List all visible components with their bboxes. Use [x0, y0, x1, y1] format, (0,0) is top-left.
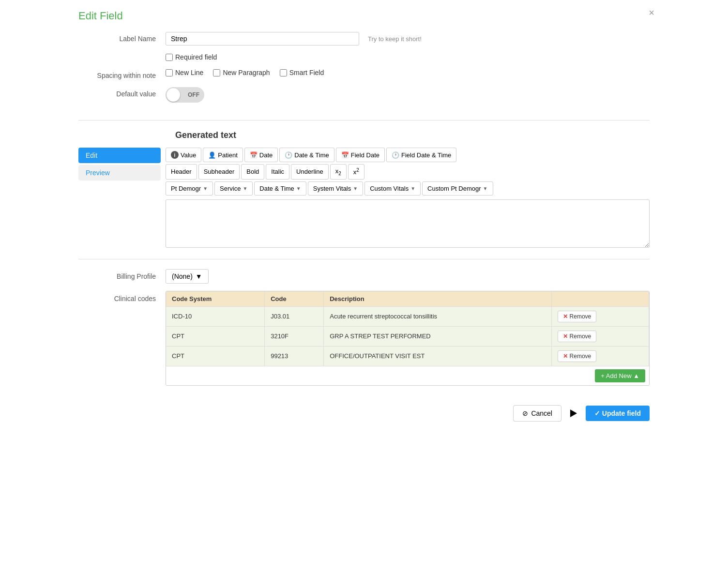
billing-profile-row: Billing Profile (None) ▼: [78, 269, 650, 284]
date-button[interactable]: 📅 Date: [244, 148, 278, 162]
close-button[interactable]: ×: [649, 7, 654, 18]
remove-button-2[interactable]: ✕ Remove: [558, 331, 597, 342]
code-system-cell: CPT: [166, 346, 265, 366]
smart-field-checkbox-label[interactable]: Smart Field: [280, 69, 324, 76]
add-new-row: + Add New ▲: [166, 366, 649, 385]
superscript-label: x2: [353, 167, 359, 176]
toolbar-row-2: Header Subheader Bold Italic Underline: [166, 164, 650, 180]
arrow-container: [566, 410, 581, 416]
toggle-off-label: OFF: [188, 91, 199, 98]
dialog-title: Edit Field: [78, 10, 650, 22]
default-value-row: Default value OFF: [78, 87, 650, 103]
date-time-button[interactable]: 🕐 Date & Time: [279, 148, 334, 162]
description-cell: OFFICE/OUTPATIENT VISIT EST: [324, 346, 551, 366]
clinical-codes-label: Clinical codes: [78, 291, 166, 302]
patient-label: Patient: [218, 151, 237, 159]
required-field-row: Required field: [78, 53, 650, 61]
required-field-checkbox-label[interactable]: Required field: [166, 53, 217, 61]
required-field-spacer: [78, 53, 166, 56]
superscript-button[interactable]: x2: [348, 164, 364, 180]
default-value-toggle[interactable]: OFF: [166, 87, 204, 103]
label-name-input[interactable]: [166, 32, 359, 45]
bold-label: Bold: [246, 168, 259, 175]
system-vitals-dropdown[interactable]: System Vitals ▼: [308, 181, 363, 196]
person-icon: 👤: [208, 151, 216, 159]
code-system-cell: ICD-10: [166, 306, 265, 326]
update-field-button[interactable]: ✓ Update field: [586, 406, 650, 421]
remove-x-icon-3: ✕: [563, 353, 568, 360]
new-paragraph-checkbox-label[interactable]: New Paragraph: [213, 69, 270, 76]
billing-profile-label: Billing Profile: [78, 272, 166, 280]
editor-area: i Value 👤 Patient 📅 Date 🕐 Date & Time: [166, 148, 650, 249]
custom-vitals-arrow-icon: ▼: [410, 186, 415, 191]
custom-vitals-dropdown[interactable]: Custom Vitals ▼: [364, 181, 421, 196]
new-line-checkbox[interactable]: [166, 69, 173, 76]
remove-label-3: Remove: [570, 353, 592, 360]
subscript-button[interactable]: x2: [330, 164, 347, 180]
subheader-label: Subheader: [204, 168, 235, 175]
custom-pt-demogr-dropdown[interactable]: Custom Pt Demogr ▼: [422, 181, 493, 196]
label-name-label: Label Name: [78, 32, 166, 43]
new-line-label: New Line: [175, 69, 203, 76]
pt-demogr-dropdown[interactable]: Pt Demogr ▼: [166, 181, 213, 196]
spacing-control-area: New Line New Paragraph Smart Field: [166, 69, 650, 76]
footer-row: ⊘ Cancel ✓ Update field: [78, 395, 650, 422]
field-date-label: Field Date: [351, 151, 379, 159]
service-label: Service: [220, 185, 241, 192]
field-date-button[interactable]: 📅 Field Date: [336, 148, 385, 162]
remove-x-icon-2: ✕: [563, 333, 568, 340]
service-dropdown[interactable]: Service ▼: [214, 181, 253, 196]
smart-field-label: Smart Field: [289, 69, 324, 76]
bold-button[interactable]: Bold: [241, 164, 264, 180]
default-value-label: Default value: [78, 87, 166, 98]
clock-icon-2: 🕐: [392, 151, 399, 159]
field-date-time-button[interactable]: 🕐 Field Date & Time: [386, 148, 456, 162]
new-paragraph-checkbox[interactable]: [213, 69, 220, 76]
required-field-checkbox[interactable]: [166, 54, 173, 61]
cancel-button[interactable]: ⊘ Cancel: [513, 405, 561, 422]
subheader-button[interactable]: Subheader: [198, 164, 240, 180]
clinical-codes-row: Clinical codes Code System Code Descript…: [78, 291, 650, 386]
label-name-control-area: Try to keep it short!: [166, 32, 650, 45]
table-row: ICD-10 J03.01 Acute recurrent streptococ…: [166, 306, 649, 326]
value-button[interactable]: i Value: [166, 148, 201, 162]
header-label: Header: [171, 168, 192, 175]
toggle-knob: [167, 88, 180, 102]
header-button[interactable]: Header: [166, 164, 197, 180]
new-line-checkbox-label[interactable]: New Line: [166, 69, 203, 76]
remove-button-3[interactable]: ✕ Remove: [558, 350, 597, 362]
underline-button[interactable]: Underline: [291, 164, 329, 180]
subscript-label: x2: [335, 167, 341, 176]
preview-tab-button[interactable]: Preview: [78, 165, 161, 181]
italic-button[interactable]: Italic: [266, 164, 289, 180]
col-header-description: Description: [324, 291, 551, 307]
remove-label-1: Remove: [570, 313, 592, 320]
remove-button-1[interactable]: ✕ Remove: [558, 311, 597, 322]
text-editor[interactable]: [166, 199, 650, 248]
action-cell: ✕ Remove: [551, 346, 649, 366]
billing-profile-value: (None): [172, 272, 193, 280]
default-value-control: OFF: [166, 87, 650, 103]
date-time-label: Date & Time: [294, 151, 329, 159]
left-nav: Edit Preview: [78, 148, 166, 249]
add-new-button[interactable]: + Add New ▲: [595, 369, 645, 382]
spacing-row: Spacing within note New Line New Paragra…: [78, 69, 650, 79]
generated-text-title: Generated text: [78, 130, 650, 140]
table-header-row: Code System Code Description: [166, 291, 649, 307]
table-row: CPT 3210F GRP A STREP TEST PERFORMED ✕ R…: [166, 326, 649, 346]
code-cell: 99213: [265, 346, 324, 366]
italic-label: Italic: [271, 168, 284, 175]
smart-field-checkbox[interactable]: [280, 69, 287, 76]
date-time-dropdown[interactable]: Date & Time ▼: [254, 181, 306, 196]
billing-profile-dropdown[interactable]: (None) ▼: [166, 269, 209, 284]
custom-pt-demogr-arrow-icon: ▼: [483, 186, 488, 191]
form-section: Label Name Try to keep it short! Require…: [78, 32, 650, 121]
edit-tab-button[interactable]: Edit: [78, 148, 161, 163]
required-field-control: Required field: [166, 53, 650, 61]
patient-button[interactable]: 👤 Patient: [203, 148, 243, 162]
date-time-arrow-icon: ▼: [296, 186, 301, 191]
required-field-label: Required field: [175, 53, 217, 61]
date-time-dropdown-label: Date & Time: [259, 185, 294, 192]
table-row: CPT 99213 OFFICE/OUTPATIENT VISIT EST ✕ …: [166, 346, 649, 366]
label-name-row: Label Name Try to keep it short!: [78, 32, 650, 45]
